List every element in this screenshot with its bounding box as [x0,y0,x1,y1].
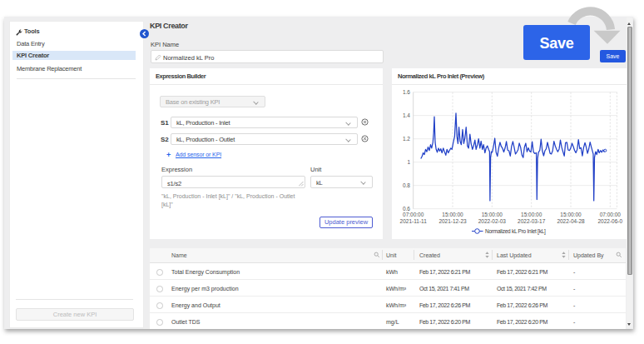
svg-text:07:00:00: 07:00:00 [403,212,424,217]
svg-text:2021-12-23: 2021-12-23 [438,218,467,224]
svg-text:15:00:00: 15:00:00 [521,212,542,217]
svg-text:1.2: 1.2 [403,136,410,142]
svg-text:1.6: 1.6 [403,89,410,95]
svg-text:1: 1 [407,159,410,165]
svg-text:2021-11-11: 2021-11-11 [400,218,428,224]
svg-text:0.8: 0.8 [403,182,410,188]
svg-text:Normalized kL Pro Inlet [kL]: Normalized kL Pro Inlet [kL] [485,228,546,235]
svg-text:2022-04-28: 2022-04-28 [557,218,585,224]
svg-text:2022-02-03: 2022-02-03 [478,218,507,224]
svg-text:2022-03-17: 2022-03-17 [518,218,546,224]
svg-text:2022-06-0: 2022-06-0 [597,218,622,224]
svg-text:15:00:00: 15:00:00 [442,212,463,217]
svg-text:15:00:00: 15:00:00 [560,212,582,217]
svg-text:1.4: 1.4 [403,112,410,118]
svg-text:07:00:00: 07:00:00 [600,212,622,217]
svg-text:15:00:00: 15:00:00 [482,212,503,217]
svg-text:0.6: 0.6 [403,206,410,212]
